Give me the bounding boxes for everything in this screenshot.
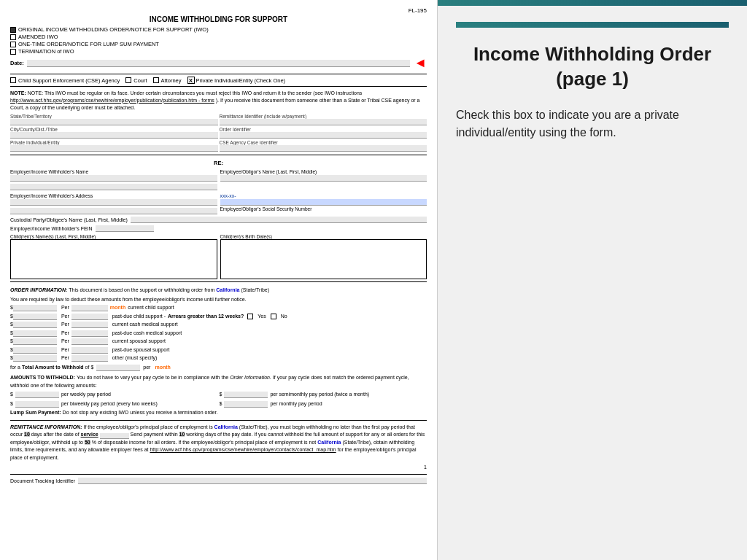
- one-time-checkbox[interactable]: [10, 42, 16, 47]
- order-info-header: ORDER INFORMATION: This document is base…: [10, 287, 427, 295]
- termination-label: TERMINATION of IWO: [18, 48, 74, 55]
- termination-checkbox[interactable]: [10, 49, 16, 55]
- remittance-text6: % of disposable income for all orders. I…: [92, 440, 318, 445]
- checkbox-one-time[interactable]: ONE-TIME ORDER/NOTICE FOR LUMP SUM PAYME…: [10, 41, 427, 47]
- amount-0[interactable]: [13, 305, 57, 311]
- red-arrow-icon: ◄: [414, 55, 427, 71]
- original-iwo-checkbox[interactable]: [10, 27, 16, 33]
- amended-iwo-checkbox[interactable]: [10, 34, 16, 40]
- employer-address-label: Employer/Income Withholder's Address: [10, 193, 217, 198]
- checkbox-termination[interactable]: TERMINATION of IWO: [10, 48, 427, 55]
- employer-name-value2[interactable]: [10, 184, 217, 190]
- children-dob-container: Child(ren)'s Birth Date(s): [220, 234, 427, 279]
- per-0[interactable]: [71, 305, 108, 311]
- yes-checkbox[interactable]: [247, 314, 253, 319]
- ssn-value[interactable]: [220, 199, 427, 206]
- date-field[interactable]: [27, 60, 410, 67]
- per-2[interactable]: [71, 322, 108, 328]
- children-names-box[interactable]: [10, 239, 217, 279]
- remittance-text3: days after the date of: [31, 432, 81, 437]
- employee-name-value[interactable]: [220, 175, 427, 182]
- state-tribe-value[interactable]: [10, 119, 218, 125]
- per-5[interactable]: [71, 347, 108, 354]
- doc-tracking-label: Document Tracking Identifier: [10, 478, 75, 483]
- remittance-blank[interactable]: [100, 433, 129, 439]
- fein-row: Employer/Income Withholder's FEIN: [10, 225, 427, 232]
- amounts-label: AMOUNTS TO WITHHOLD:: [10, 375, 77, 380]
- custodial-row: Custodial Party/Obligee's Name (Last, Fi…: [10, 217, 427, 223]
- court-option[interactable]: Court: [125, 77, 147, 84]
- remittance-num3: 50: [85, 440, 90, 445]
- sidebar-description: Check this box to indicate you are a pri…: [456, 106, 729, 141]
- court-checkbox[interactable]: [125, 77, 131, 83]
- children-grid: Child(ren)'s Name(s) (Last, First, Middl…: [10, 234, 427, 279]
- checkbox-amended-iwo[interactable]: AMENDED IWO: [10, 34, 427, 40]
- amt-weekly[interactable]: [15, 392, 59, 398]
- remittance-link[interactable]: http://www.acf.hhs.gov/programs/cse/newh…: [150, 447, 336, 452]
- amount-6[interactable]: [13, 355, 57, 362]
- amt-monthly[interactable]: [224, 401, 268, 408]
- amount-2[interactable]: [13, 322, 57, 328]
- note-link[interactable]: http://www.acf.hhs.gov/programs/cse/newh…: [10, 98, 214, 103]
- private-entity-value[interactable]: [10, 145, 218, 152]
- attorney-label: Attorney: [161, 77, 182, 84]
- remittance-text1: If the employee/obligor's principal plac…: [83, 424, 214, 429]
- amount-4[interactable]: [13, 338, 57, 345]
- per-3[interactable]: [71, 330, 108, 337]
- order-id-label: Order Identifier: [220, 127, 427, 132]
- remittance-text4: Send payment within: [131, 432, 179, 437]
- dollar-row-0: $ Per month current child support: [10, 304, 427, 312]
- per-1[interactable]: [71, 314, 108, 320]
- state-tribe-label: State/Tribe/Territory: [10, 114, 218, 119]
- amounts-row-col2-1: $ per monthly pay period: [220, 400, 427, 408]
- cse-case-value[interactable]: [220, 145, 427, 152]
- custodial-label: Custodial Party/Obligee's Name (Last, Fi…: [10, 217, 128, 222]
- cse-option[interactable]: Child Support Enforcement (CSE) Agency: [10, 77, 120, 84]
- info-panel: Income Withholding Order(page 1) Check t…: [438, 0, 747, 560]
- city-county-field: City/County/Dist./Tribe: [10, 127, 218, 139]
- custodial-value[interactable]: [131, 217, 427, 223]
- amount-5[interactable]: [13, 347, 57, 354]
- fields-grid: State/Tribe/Territory Remittance Identif…: [10, 114, 427, 152]
- order-id-value[interactable]: [220, 132, 427, 139]
- private-option[interactable]: X Private Individual/Entity (Check One): [187, 77, 286, 84]
- ssn-label: xxx-xx-: [220, 193, 427, 198]
- amt-biweekly[interactable]: [15, 401, 59, 408]
- city-county-value[interactable]: [10, 132, 218, 139]
- per-6[interactable]: [71, 355, 108, 362]
- employer-address-value2[interactable]: [10, 208, 217, 214]
- private-checkbox[interactable]: X: [187, 77, 195, 84]
- remittance-value[interactable]: [220, 119, 427, 125]
- dollar-row-2: $ Per current cash medical support: [10, 321, 427, 329]
- note-text: NOTE: This IWO must be regular on its fa…: [28, 90, 363, 96]
- fein-label: Employer/Income Withholder's FEIN: [10, 226, 93, 231]
- employer-address-value[interactable]: [10, 199, 217, 206]
- total-amount[interactable]: [96, 365, 140, 371]
- checkbox-original-iwo[interactable]: ORIGINAL INCOME WITHHOLDING ORDER/NOTICE…: [10, 26, 427, 33]
- cse-checkbox[interactable]: [10, 77, 16, 83]
- amount-3[interactable]: [13, 330, 57, 337]
- amount-1[interactable]: [13, 314, 57, 320]
- re-label: RE:: [10, 160, 427, 166]
- fein-value[interactable]: [96, 225, 154, 232]
- amounts-section: AMOUNTS TO WITHHOLD: You do not have to …: [10, 374, 427, 417]
- note-section: NOTE: NOTE: This IWO must be regular on …: [10, 90, 427, 111]
- no-checkbox[interactable]: [271, 314, 276, 319]
- order-info-label: ORDER INFORMATION:: [10, 287, 67, 292]
- sidebar-title: Income Withholding Order(page 1): [456, 42, 729, 92]
- children-dob-box[interactable]: [220, 239, 427, 279]
- teal-header: [456, 22, 729, 28]
- yes-no: Yes No: [247, 313, 287, 321]
- attorney-option[interactable]: Attorney: [153, 77, 182, 84]
- amounts-row-col2-0: $ per semimonthly pay period (twice a mo…: [220, 391, 427, 399]
- attorney-checkbox[interactable]: [153, 77, 159, 83]
- lump-sum-row: Lump Sum Payment: Do not stop any existi…: [10, 409, 427, 417]
- total-row: for a Total Amount to Withhold of $ per …: [10, 364, 427, 372]
- doc-tracking-value[interactable]: [78, 478, 427, 484]
- private-label: Private Individual/Entity (Check One): [196, 77, 286, 84]
- amt-semimonthly[interactable]: [224, 392, 268, 398]
- employer-name-value[interactable]: [10, 175, 217, 182]
- remittance-num1: 10: [24, 432, 30, 437]
- document-panel: FL-195 INCOME WITHHOLDING FOR SUPPORT OR…: [0, 0, 438, 560]
- per-4[interactable]: [71, 338, 108, 345]
